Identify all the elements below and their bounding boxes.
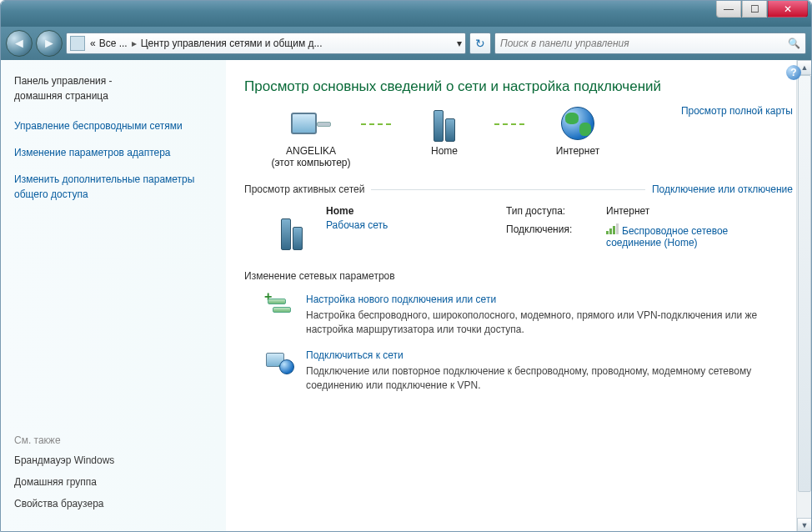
forward-button[interactable]: ► [36, 30, 63, 57]
close-button[interactable]: ✕ [768, 1, 808, 18]
breadcrumb-seg2[interactable]: Центр управления сетями и общим д... [141, 38, 323, 49]
connect-network-link[interactable]: Подключиться к сети [306, 349, 793, 361]
page-title: Просмотр основных сведений о сети и наст… [244, 78, 793, 95]
node-internet-label: Интернет [556, 145, 599, 157]
connection-line-1 [361, 123, 394, 125]
maximize-button[interactable]: ☐ [742, 1, 767, 18]
control-panel-icon [70, 36, 85, 51]
cp-home-line1[interactable]: Панель управления - [14, 73, 213, 88]
scroll-thumb[interactable] [798, 75, 811, 492]
change-settings-label: Изменение сетевых параметров [244, 270, 793, 282]
chevron-right-icon: ▸ [132, 38, 137, 49]
breadcrumb[interactable]: « Все ... ▸ Центр управления сетями и об… [66, 33, 466, 54]
connect-disconnect-link[interactable]: Подключение или отключение [652, 183, 793, 195]
connect-network-desc: Подключение или повторное подключение к … [306, 364, 793, 394]
connection-link[interactable]: Беспроводное сетевое соединение (Home) [606, 223, 731, 250]
connection-line-2 [494, 123, 528, 125]
access-type-key: Тип доступа: [506, 205, 598, 218]
scroll-down-button[interactable]: ▼ [797, 518, 811, 532]
seealso-firewall[interactable]: Брандмауэр Windows [14, 454, 213, 466]
sidebar-wireless-link[interactable]: Управление беспроводными сетями [14, 118, 213, 133]
see-also-label: См. также [14, 434, 213, 446]
breadcrumb-seg1[interactable]: Все ... [99, 38, 128, 49]
network-icon [424, 105, 464, 142]
breadcrumb-pre: « [90, 38, 96, 49]
active-networks-label: Просмотр активных сетей [244, 183, 364, 195]
computer-icon [291, 105, 331, 142]
sidebar-sharing-link[interactable]: Изменить дополнительные параметры общего… [14, 172, 213, 202]
home-network-icon [269, 205, 314, 250]
back-button[interactable]: ◄ [6, 30, 33, 57]
cp-home-line2[interactable]: домашняя страница [14, 88, 213, 103]
seealso-homegroup[interactable]: Домашняя группа [14, 476, 213, 488]
refresh-button[interactable]: ↻ [469, 33, 491, 54]
network-name: Home [326, 205, 388, 217]
signal-icon [606, 223, 619, 234]
breadcrumb-dropdown[interactable]: ▾ [457, 38, 462, 49]
setup-connection-link[interactable]: Настройка нового подключения или сети [306, 294, 793, 305]
search-input[interactable]: Поиск в панели управления 🔍 [494, 33, 806, 54]
connect-network-icon: → [266, 349, 294, 374]
minimize-button[interactable]: — [716, 1, 741, 18]
setup-connection-desc: Настройка беспроводного, широкополосного… [306, 309, 793, 338]
help-icon[interactable]: ? [786, 65, 801, 80]
scrollbar[interactable]: ▲ ▼ [796, 60, 811, 532]
connections-key: Подключения: [506, 223, 598, 250]
node-network-label: Home [431, 145, 458, 157]
search-placeholder: Поиск в панели управления [500, 38, 629, 49]
seealso-browser[interactable]: Свойства браузера [14, 498, 213, 509]
network-type-link[interactable]: Рабочая сеть [326, 219, 388, 231]
new-connection-icon: + [266, 294, 294, 319]
access-type-value: Интернет [606, 205, 731, 218]
internet-icon [558, 105, 598, 142]
node-computer-label: ANGELIKA [286, 145, 336, 157]
full-map-link[interactable]: Просмотр полной карты [681, 105, 793, 117]
sidebar-adapter-link[interactable]: Изменение параметров адаптера [14, 145, 213, 160]
search-icon[interactable]: 🔍 [788, 38, 800, 49]
node-computer-sub: (этот компьютер) [272, 157, 351, 168]
